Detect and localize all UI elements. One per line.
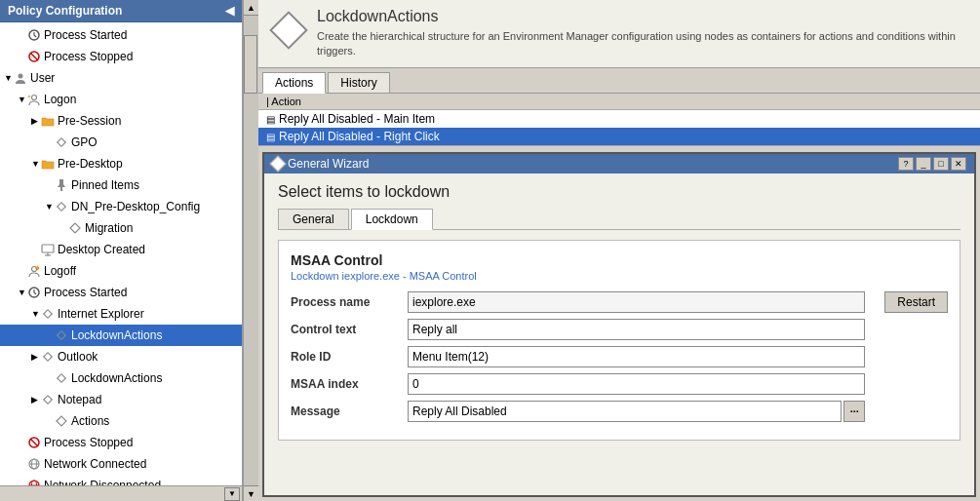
tree-label-pre-desktop: Pre-Desktop bbox=[58, 155, 123, 173]
tree-item-pinned-items[interactable]: Pinned Items bbox=[0, 174, 242, 196]
diamond-icon bbox=[55, 371, 68, 385]
tree-label-dn-pre-desktop: DN_Pre-Desktop_Config bbox=[71, 198, 200, 215]
expand-arrow-process-started[interactable]: ▼ bbox=[18, 284, 27, 301]
svg-line-2 bbox=[30, 53, 38, 60]
scroll-thumb[interactable] bbox=[244, 35, 257, 94]
tree-item-actions-notepad[interactable]: Actions bbox=[0, 410, 242, 432]
form-row-control-text: Control text bbox=[291, 319, 865, 340]
input-process-name[interactable] bbox=[408, 291, 865, 313]
scroll-track bbox=[244, 16, 258, 485]
tree-item-process-stopped[interactable]: Process Stopped bbox=[0, 432, 242, 453]
tree-item-pre-session[interactable]: ▶Pre-Session bbox=[0, 110, 242, 132]
label-control-text: Control text bbox=[291, 323, 408, 336]
restart-button[interactable]: Restart bbox=[884, 291, 948, 313]
message-more-btn[interactable]: ··· bbox=[843, 401, 865, 422]
form-row-msaa-index: MSAA index bbox=[291, 373, 865, 395]
label-role-id: Role ID bbox=[291, 350, 408, 364]
svg-rect-14 bbox=[58, 331, 65, 339]
tree-item-process-stopped-top[interactable]: Process Stopped bbox=[0, 46, 242, 67]
left-panel-header: Policy Configuration ◀ bbox=[0, 0, 242, 22]
tree-item-process-started[interactable]: ▼Process Started bbox=[0, 282, 242, 303]
tree-item-outlook[interactable]: ▶Outlook bbox=[0, 346, 242, 367]
tree-item-network-connected[interactable]: Network Connected bbox=[0, 453, 242, 475]
tree-item-internet-explorer[interactable]: ▼Internet Explorer bbox=[0, 303, 242, 325]
label-message: Message bbox=[291, 405, 408, 418]
tree-label-network-disconnected: Network Disconnected bbox=[44, 477, 161, 485]
scroll-up-btn[interactable]: ▲ bbox=[244, 0, 258, 16]
wizard-tab-lockdown[interactable]: Lockdown bbox=[351, 209, 433, 230]
header-content: LockdownActions Create the hierarchical … bbox=[317, 8, 968, 59]
tree-item-network-disconnected[interactable]: Network Disconnected bbox=[0, 475, 242, 485]
wizard-title-text: General Wizard bbox=[288, 157, 369, 171]
wizard-titlebar: General Wizard ? _ □ ✕ bbox=[264, 154, 974, 173]
wizard-minimize-btn[interactable]: _ bbox=[916, 157, 931, 171]
tree-item-lockdown-actions-outlook[interactable]: LockdownActions bbox=[0, 367, 242, 389]
expand-arrow-pre-desktop[interactable]: ▼ bbox=[31, 155, 41, 173]
input-control-text[interactable] bbox=[408, 319, 865, 340]
diamond-icon bbox=[41, 350, 55, 364]
tree-item-dn-pre-desktop[interactable]: ▼DN_Pre-Desktop_Config bbox=[0, 196, 242, 217]
tree-item-logoff[interactable]: Logoff bbox=[0, 260, 242, 282]
wizard-title-icon bbox=[270, 156, 287, 173]
logon-icon bbox=[27, 93, 41, 106]
expand-arrow-user[interactable]: ▼ bbox=[4, 69, 14, 87]
tree-label-lockdown-actions-ie: LockdownActions bbox=[71, 327, 162, 344]
expand-arrow-outlook[interactable]: ▶ bbox=[31, 348, 41, 366]
tree-item-desktop-created[interactable]: Desktop Created bbox=[0, 239, 242, 260]
form-row-role-id: Role ID Menu Item(12) bbox=[291, 346, 865, 367]
diamond-icon bbox=[55, 328, 68, 342]
wizard-main-title: Select items to lockdown bbox=[278, 183, 960, 201]
left-scrollbar: ▲ ▼ bbox=[243, 0, 258, 501]
tree-label-notepad: Notepad bbox=[58, 391, 101, 408]
svg-rect-5 bbox=[58, 138, 65, 146]
logoff-icon bbox=[27, 264, 41, 278]
tree-item-migration[interactable]: Migration bbox=[0, 217, 242, 239]
tree-item-logon[interactable]: ▼Logon bbox=[0, 89, 242, 110]
tree-item-gpo[interactable]: GPO bbox=[0, 132, 242, 153]
folder-icon bbox=[41, 157, 55, 171]
tree-item-lockdown-actions-ie[interactable]: LockdownActions bbox=[0, 325, 242, 346]
tree-label-internet-explorer: Internet Explorer bbox=[58, 305, 144, 323]
message-select-wrapper: Reply All Disabled bbox=[408, 401, 842, 422]
diamond-icon bbox=[55, 135, 68, 149]
tree-item-pre-desktop[interactable]: ▼Pre-Desktop bbox=[0, 153, 242, 174]
tree-label-logon: Logon bbox=[44, 91, 76, 108]
expand-arrow-logon[interactable]: ▼ bbox=[18, 91, 27, 108]
tab-actions[interactable]: Actions bbox=[262, 72, 326, 94]
collapse-icon[interactable]: ◀ bbox=[225, 4, 234, 18]
select-message[interactable]: Reply All Disabled bbox=[408, 401, 842, 422]
tree-label-network-connected: Network Connected bbox=[44, 455, 146, 473]
tree-scroll-down-btn[interactable]: ▼ bbox=[224, 487, 240, 501]
wizard-close-btn[interactable]: ✕ bbox=[951, 157, 966, 171]
leaf-icon bbox=[55, 414, 68, 428]
tree-label-process-stopped-top: Process Stopped bbox=[44, 48, 133, 65]
process-icon bbox=[27, 28, 41, 42]
tree-item-user[interactable]: ▼User bbox=[0, 67, 242, 89]
expand-arrow-internet-explorer[interactable]: ▼ bbox=[31, 305, 41, 323]
wizard-tab-general[interactable]: General bbox=[278, 209, 349, 229]
wizard-maximize-btn[interactable]: □ bbox=[933, 157, 949, 171]
svg-point-11 bbox=[32, 267, 37, 272]
tree-label-user: User bbox=[30, 69, 55, 87]
input-msaa-index[interactable] bbox=[408, 373, 865, 395]
expand-arrow-dn-pre-desktop[interactable]: ▼ bbox=[45, 198, 55, 215]
tree-item-process-started-top[interactable]: Process Started bbox=[0, 24, 242, 46]
select-role-id[interactable]: Menu Item(12) bbox=[408, 346, 865, 367]
scroll-down-btn[interactable]: ▼ bbox=[244, 485, 258, 501]
action-row-2[interactable]: ▤ Reply All Disabled - Right Click bbox=[258, 128, 980, 145]
process-stop-icon bbox=[27, 436, 41, 449]
expand-arrow-notepad[interactable]: ▶ bbox=[31, 391, 41, 408]
restart-btn-area: Restart bbox=[875, 291, 948, 313]
wizard-tabs: General Lockdown bbox=[278, 209, 960, 230]
header-icon-area bbox=[270, 12, 307, 49]
tabs-bar: Actions History bbox=[258, 68, 980, 94]
expand-arrow-pre-session[interactable]: ▶ bbox=[31, 112, 41, 130]
svg-rect-17 bbox=[44, 396, 52, 404]
tab-history[interactable]: History bbox=[328, 72, 389, 93]
tree-item-notepad[interactable]: ▶Notepad bbox=[0, 389, 242, 410]
action-row-1[interactable]: ▤ Reply All Disabled - Main Item bbox=[258, 110, 980, 128]
tree-label-pre-session: Pre-Session bbox=[58, 112, 121, 130]
right-header: LockdownActions Create the hierarchical … bbox=[258, 0, 980, 68]
tree-label-process-started: Process Started bbox=[44, 284, 127, 301]
wizard-help-btn[interactable]: ? bbox=[898, 157, 914, 171]
